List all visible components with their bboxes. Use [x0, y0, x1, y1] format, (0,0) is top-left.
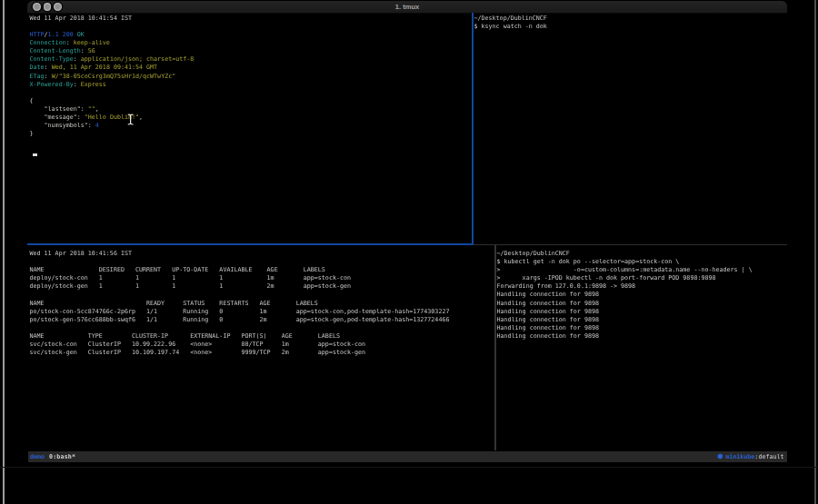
pane-port-forward-shell[interactable]: ~/Desktop/DublinCNCF $ kubectl get -n do… [497, 250, 753, 341]
pane-divider-horizontal-active[interactable] [27, 243, 474, 245]
pane-divider-horizontal[interactable] [474, 244, 787, 246]
pane-ksync-shell[interactable]: ~/Desktop/DublinCNCF $ ksync watch -n do… [474, 15, 547, 31]
pane-divider-vertical[interactable] [494, 245, 496, 450]
pane-divider-vertical-active[interactable] [472, 13, 474, 244]
kube-context: minikube [725, 453, 754, 460]
window-title: 1. tmux [27, 1, 787, 13]
window-titlebar[interactable]: 1. tmux [27, 1, 787, 14]
screen-edge-left [3, 0, 5, 504]
terminal-cursor [33, 153, 36, 155]
pane-http-response[interactable]: Wed 11 Apr 2018 10:41:54 IST HTTP/1.1 20… [30, 15, 195, 138]
status-right: minikube :default [717, 453, 783, 460]
kubernetes-icon [717, 453, 723, 459]
screen-edge-bottom [0, 467, 818, 468]
session-name: demo [30, 453, 45, 460]
ibeam-pointer-icon [127, 114, 135, 125]
window-list-item[interactable]: 0:bash* [49, 453, 75, 460]
desktop-background: 1. tmux Wed 11 Apr 2018 10:41:54 IST HTT… [0, 0, 818, 504]
kube-namespace: :default [754, 453, 783, 460]
pane-kubectl-watch[interactable]: Wed 11 Apr 2018 10:41:56 IST NAME DESIRE… [30, 250, 450, 357]
tmux-status-bar: demo 0:bash* minikube :default [28, 451, 787, 462]
terminal-window: 1. tmux Wed 11 Apr 2018 10:41:54 IST HTT… [27, 1, 787, 464]
screen-edge-right [814, 0, 816, 504]
